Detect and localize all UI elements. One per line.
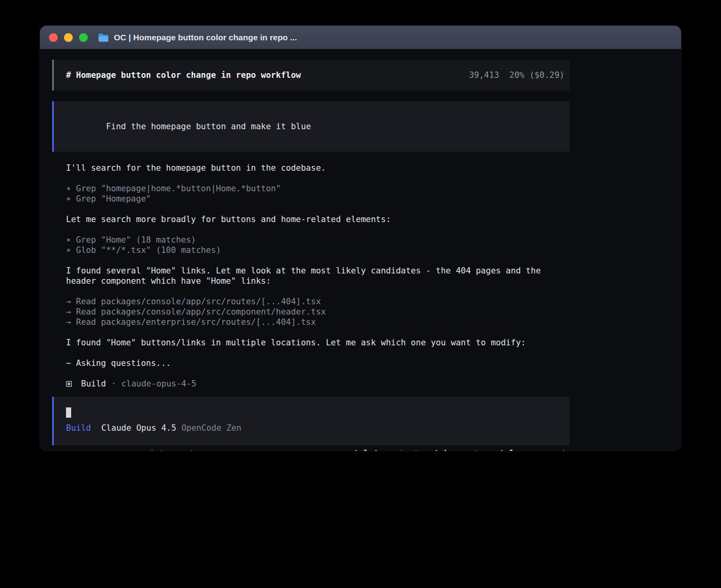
session-title: # Homepage button color change in repo w…	[66, 70, 301, 80]
minimize-button[interactable]	[64, 33, 73, 42]
mode-label[interactable]: Build	[66, 423, 91, 433]
tool-call-line: ∗ Glob "**/*.tsx" (100 matches)	[66, 245, 570, 255]
interrupt-label: interrupt	[149, 448, 194, 451]
esc-key-hint: esc	[129, 448, 144, 451]
assistant-transcript: I'll search for the homepage button in t…	[66, 163, 570, 379]
agent-model: claude-opus-4-5	[121, 379, 196, 389]
tool-call-line: → Read packages/console/app/src/routes/[…	[66, 296, 570, 307]
close-button[interactable]	[49, 33, 58, 42]
context-percent: 20%	[510, 70, 525, 80]
agent-status-line: Build · claude-opus-4-5	[66, 379, 570, 389]
assistant-text-line: header component which have "Home" links…	[66, 276, 570, 286]
assistant-text-line: I'll search for the homepage button in t…	[66, 163, 570, 173]
status-bar: ········ esc interrupt ctrl+t variants t…	[56, 448, 570, 451]
model-name[interactable]: Claude Opus 4.5	[101, 423, 176, 433]
status-activity-line: ~ Asking questions...	[66, 358, 570, 368]
assistant-text-line: Let me search more broadly for buttons a…	[66, 214, 570, 224]
spinner-dots: ········	[56, 448, 119, 451]
user-message: Find the homepage button and make it blu…	[52, 101, 570, 152]
assistant-text-line: I found "Home" buttons/links in multiple…	[66, 337, 570, 348]
window-title: OC | Homepage button color change in rep…	[114, 33, 297, 42]
agent-separator: ·	[111, 379, 116, 389]
shortcut-key: tab	[434, 448, 449, 451]
shortcut-key: ctrl+t	[349, 448, 379, 451]
shortcut-key: ctrl+p	[495, 448, 525, 451]
shortcut-commands: ctrl+p commands	[495, 448, 570, 451]
shortcut-agents: tab agents	[434, 448, 484, 451]
token-count: 39,413	[469, 70, 499, 80]
folder-icon	[98, 33, 109, 42]
tool-call-line: → Read packages/enterprise/src/routes/[.…	[66, 317, 570, 327]
tool-call-line: → Read packages/console/app/src/componen…	[66, 307, 570, 317]
terminal-window: OC | Homepage button color change in rep…	[40, 25, 681, 451]
prompt-input[interactable]: Build Claude Opus 4.5 OpenCode Zen	[52, 397, 570, 445]
session-cost: ($0.29)	[529, 70, 564, 80]
user-message-text: Find the homepage button and make it blu…	[106, 122, 311, 131]
model-provider: OpenCode Zen	[181, 423, 242, 433]
traffic-lights	[49, 33, 88, 42]
model-row: Build Claude Opus 4.5 OpenCode Zen	[66, 423, 557, 433]
agent-badge-icon	[66, 381, 72, 387]
window-titlebar: OC | Homepage button color change in rep…	[40, 26, 681, 49]
agent-name: Build	[81, 379, 106, 389]
assistant-text-line: I found several "Home" links. Let me loo…	[66, 266, 570, 276]
shortcut-variants: ctrl+t variants	[349, 448, 424, 451]
tool-call-line: ∗ Grep "Home" (18 matches)	[66, 235, 570, 245]
terminal-body: # Homepage button color change in repo w…	[40, 49, 681, 451]
shortcut-label: commands	[530, 448, 570, 451]
session-stats: 39,413 20% ($0.29)	[469, 70, 564, 80]
tool-call-line: ∗ Grep "Homepage"	[66, 194, 570, 204]
tool-call-line: ∗ Grep "homepage|home.*button|Home.*butt…	[66, 183, 570, 194]
shortcut-label: variants	[384, 448, 424, 451]
session-header: # Homepage button color change in repo w…	[52, 60, 570, 90]
zoom-button[interactable]	[79, 33, 88, 42]
shortcut-label: agents	[454, 448, 484, 451]
text-cursor	[66, 407, 71, 418]
